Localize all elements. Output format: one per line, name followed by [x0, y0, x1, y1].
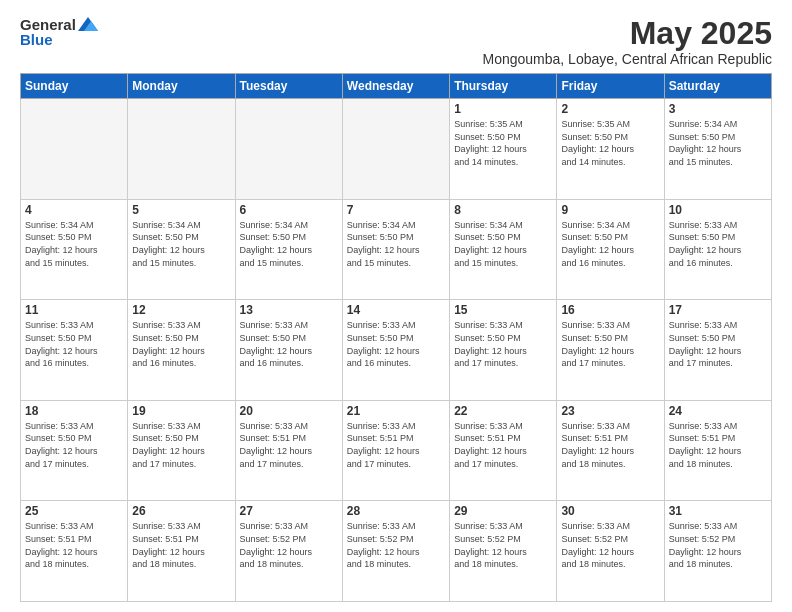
day-number: 30 [561, 504, 659, 518]
day-info: Sunrise: 5:35 AM Sunset: 5:50 PM Dayligh… [561, 118, 659, 168]
day-number: 16 [561, 303, 659, 317]
calendar-cell: 9Sunrise: 5:34 AM Sunset: 5:50 PM Daylig… [557, 199, 664, 300]
calendar-cell: 30Sunrise: 5:33 AM Sunset: 5:52 PM Dayli… [557, 501, 664, 602]
col-tuesday: Tuesday [235, 74, 342, 99]
day-number: 4 [25, 203, 123, 217]
calendar-cell: 22Sunrise: 5:33 AM Sunset: 5:51 PM Dayli… [450, 400, 557, 501]
day-number: 22 [454, 404, 552, 418]
calendar-cell: 1Sunrise: 5:35 AM Sunset: 5:50 PM Daylig… [450, 99, 557, 200]
day-info: Sunrise: 5:33 AM Sunset: 5:50 PM Dayligh… [454, 319, 552, 369]
day-number: 13 [240, 303, 338, 317]
calendar-cell [128, 99, 235, 200]
page: General Blue May 2025 Mongoumba, Lobaye,… [0, 0, 792, 612]
calendar-cell: 11Sunrise: 5:33 AM Sunset: 5:50 PM Dayli… [21, 300, 128, 401]
day-number: 20 [240, 404, 338, 418]
calendar-cell: 21Sunrise: 5:33 AM Sunset: 5:51 PM Dayli… [342, 400, 449, 501]
day-info: Sunrise: 5:33 AM Sunset: 5:51 PM Dayligh… [240, 420, 338, 470]
day-info: Sunrise: 5:33 AM Sunset: 5:50 PM Dayligh… [561, 319, 659, 369]
col-wednesday: Wednesday [342, 74, 449, 99]
calendar-cell [21, 99, 128, 200]
day-info: Sunrise: 5:33 AM Sunset: 5:50 PM Dayligh… [25, 319, 123, 369]
day-info: Sunrise: 5:33 AM Sunset: 5:50 PM Dayligh… [132, 319, 230, 369]
day-info: Sunrise: 5:33 AM Sunset: 5:51 PM Dayligh… [454, 420, 552, 470]
calendar-cell: 4Sunrise: 5:34 AM Sunset: 5:50 PM Daylig… [21, 199, 128, 300]
calendar-cell: 10Sunrise: 5:33 AM Sunset: 5:50 PM Dayli… [664, 199, 771, 300]
calendar-cell: 23Sunrise: 5:33 AM Sunset: 5:51 PM Dayli… [557, 400, 664, 501]
day-number: 18 [25, 404, 123, 418]
week-row-3: 18Sunrise: 5:33 AM Sunset: 5:50 PM Dayli… [21, 400, 772, 501]
day-number: 8 [454, 203, 552, 217]
day-info: Sunrise: 5:33 AM Sunset: 5:50 PM Dayligh… [240, 319, 338, 369]
calendar-cell: 24Sunrise: 5:33 AM Sunset: 5:51 PM Dayli… [664, 400, 771, 501]
week-row-0: 1Sunrise: 5:35 AM Sunset: 5:50 PM Daylig… [21, 99, 772, 200]
day-number: 1 [454, 102, 552, 116]
day-number: 5 [132, 203, 230, 217]
day-number: 9 [561, 203, 659, 217]
day-info: Sunrise: 5:33 AM Sunset: 5:50 PM Dayligh… [132, 420, 230, 470]
logo: General Blue [20, 16, 98, 48]
day-info: Sunrise: 5:33 AM Sunset: 5:52 PM Dayligh… [240, 520, 338, 570]
day-info: Sunrise: 5:33 AM Sunset: 5:51 PM Dayligh… [132, 520, 230, 570]
calendar-cell: 17Sunrise: 5:33 AM Sunset: 5:50 PM Dayli… [664, 300, 771, 401]
calendar-cell [235, 99, 342, 200]
day-number: 23 [561, 404, 659, 418]
day-number: 10 [669, 203, 767, 217]
day-number: 17 [669, 303, 767, 317]
title-section: May 2025 Mongoumba, Lobaye, Central Afri… [482, 16, 772, 67]
day-info: Sunrise: 5:34 AM Sunset: 5:50 PM Dayligh… [240, 219, 338, 269]
logo-blue-text: Blue [20, 31, 53, 48]
day-info: Sunrise: 5:33 AM Sunset: 5:52 PM Dayligh… [561, 520, 659, 570]
calendar-cell: 3Sunrise: 5:34 AM Sunset: 5:50 PM Daylig… [664, 99, 771, 200]
day-info: Sunrise: 5:35 AM Sunset: 5:50 PM Dayligh… [454, 118, 552, 168]
calendar-cell: 26Sunrise: 5:33 AM Sunset: 5:51 PM Dayli… [128, 501, 235, 602]
day-number: 21 [347, 404, 445, 418]
col-sunday: Sunday [21, 74, 128, 99]
day-number: 6 [240, 203, 338, 217]
day-info: Sunrise: 5:33 AM Sunset: 5:50 PM Dayligh… [347, 319, 445, 369]
month-title: May 2025 [482, 16, 772, 51]
calendar-cell: 6Sunrise: 5:34 AM Sunset: 5:50 PM Daylig… [235, 199, 342, 300]
day-info: Sunrise: 5:34 AM Sunset: 5:50 PM Dayligh… [347, 219, 445, 269]
day-info: Sunrise: 5:34 AM Sunset: 5:50 PM Dayligh… [25, 219, 123, 269]
day-info: Sunrise: 5:33 AM Sunset: 5:51 PM Dayligh… [25, 520, 123, 570]
col-friday: Friday [557, 74, 664, 99]
calendar-cell: 12Sunrise: 5:33 AM Sunset: 5:50 PM Dayli… [128, 300, 235, 401]
day-info: Sunrise: 5:33 AM Sunset: 5:52 PM Dayligh… [669, 520, 767, 570]
day-info: Sunrise: 5:34 AM Sunset: 5:50 PM Dayligh… [132, 219, 230, 269]
day-number: 2 [561, 102, 659, 116]
day-number: 25 [25, 504, 123, 518]
week-row-2: 11Sunrise: 5:33 AM Sunset: 5:50 PM Dayli… [21, 300, 772, 401]
calendar-cell: 8Sunrise: 5:34 AM Sunset: 5:50 PM Daylig… [450, 199, 557, 300]
day-info: Sunrise: 5:33 AM Sunset: 5:52 PM Dayligh… [347, 520, 445, 570]
logo-icon [78, 17, 98, 31]
day-info: Sunrise: 5:34 AM Sunset: 5:50 PM Dayligh… [561, 219, 659, 269]
day-info: Sunrise: 5:33 AM Sunset: 5:51 PM Dayligh… [347, 420, 445, 470]
day-info: Sunrise: 5:34 AM Sunset: 5:50 PM Dayligh… [669, 118, 767, 168]
col-saturday: Saturday [664, 74, 771, 99]
day-info: Sunrise: 5:33 AM Sunset: 5:50 PM Dayligh… [25, 420, 123, 470]
col-thursday: Thursday [450, 74, 557, 99]
calendar-cell: 13Sunrise: 5:33 AM Sunset: 5:50 PM Dayli… [235, 300, 342, 401]
day-info: Sunrise: 5:33 AM Sunset: 5:50 PM Dayligh… [669, 319, 767, 369]
day-number: 3 [669, 102, 767, 116]
calendar-cell: 31Sunrise: 5:33 AM Sunset: 5:52 PM Dayli… [664, 501, 771, 602]
calendar-cell: 5Sunrise: 5:34 AM Sunset: 5:50 PM Daylig… [128, 199, 235, 300]
day-number: 12 [132, 303, 230, 317]
day-number: 19 [132, 404, 230, 418]
header-row: Sunday Monday Tuesday Wednesday Thursday… [21, 74, 772, 99]
day-number: 31 [669, 504, 767, 518]
calendar-cell: 14Sunrise: 5:33 AM Sunset: 5:50 PM Dayli… [342, 300, 449, 401]
calendar-cell: 16Sunrise: 5:33 AM Sunset: 5:50 PM Dayli… [557, 300, 664, 401]
day-info: Sunrise: 5:33 AM Sunset: 5:52 PM Dayligh… [454, 520, 552, 570]
calendar-cell: 27Sunrise: 5:33 AM Sunset: 5:52 PM Dayli… [235, 501, 342, 602]
day-number: 14 [347, 303, 445, 317]
calendar-cell: 18Sunrise: 5:33 AM Sunset: 5:50 PM Dayli… [21, 400, 128, 501]
calendar-table: Sunday Monday Tuesday Wednesday Thursday… [20, 73, 772, 602]
calendar-cell: 25Sunrise: 5:33 AM Sunset: 5:51 PM Dayli… [21, 501, 128, 602]
calendar-cell: 20Sunrise: 5:33 AM Sunset: 5:51 PM Dayli… [235, 400, 342, 501]
day-number: 28 [347, 504, 445, 518]
col-monday: Monday [128, 74, 235, 99]
week-row-1: 4Sunrise: 5:34 AM Sunset: 5:50 PM Daylig… [21, 199, 772, 300]
calendar-cell: 29Sunrise: 5:33 AM Sunset: 5:52 PM Dayli… [450, 501, 557, 602]
day-info: Sunrise: 5:33 AM Sunset: 5:51 PM Dayligh… [561, 420, 659, 470]
